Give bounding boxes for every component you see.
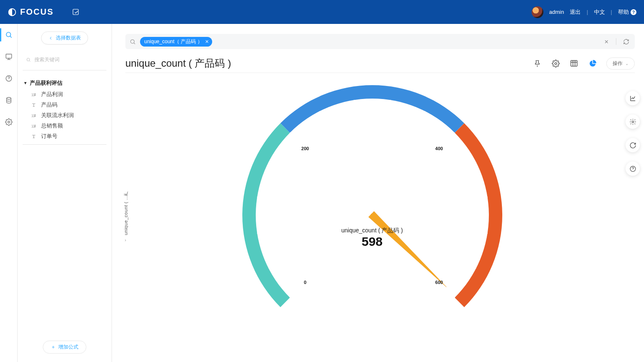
gauge-value: 598 [341,234,403,249]
search-icon [26,57,31,63]
main-content: unique_count（ 产品码 ） ✕ unique_count ( 产品码… [112,24,644,362]
brand-text: FOCUS [20,7,54,17]
field-item[interactable]: 关联流水利润 [23,110,106,121]
y-axis-label: › unique_count ( 产... [123,195,129,241]
field-label: 产品码 [41,102,57,109]
avatar[interactable] [532,6,543,18]
rail-board-icon[interactable] [4,52,14,62]
arrow-left-icon [48,36,53,41]
brand: FOCUS [8,7,54,17]
field-label: 关联流水利润 [41,112,74,119]
left-rail [0,24,18,362]
svg-rect-10 [571,60,577,66]
query-chip[interactable]: unique_count（ 产品码 ） ✕ [140,37,212,47]
chart-tools [626,91,640,176]
chart-view-icon[interactable] [588,59,597,68]
chart-settings-icon[interactable] [626,115,640,129]
svg-rect-1 [73,9,78,15]
select-table-label: 选择数据表 [56,34,81,42]
svg-point-2 [6,32,11,37]
gauge-tick-label: 0 [304,280,306,285]
svg-point-29 [371,214,374,217]
field-item[interactable]: 产品利润 [23,89,106,100]
username[interactable]: admin [549,9,564,15]
rail-data-icon[interactable] [4,95,14,105]
svg-line-27 [472,266,476,268]
number-type-icon [31,92,37,97]
actions-button[interactable]: 操作 ⌄ [606,57,635,70]
rail-settings-icon[interactable] [4,117,14,127]
number-type-icon [31,113,37,118]
svg-point-11 [632,121,634,122]
field-item[interactable]: 产品码 [23,100,106,110]
svg-line-19 [319,112,321,115]
rail-help-icon[interactable] [4,73,14,83]
field-group-header[interactable]: ▾ 产品获利评估 [23,80,106,87]
gauge-tick-label: 200 [301,146,309,151]
svg-rect-3 [6,54,12,58]
svg-point-6 [8,121,10,123]
title-actions: 操作 ⌄ [532,57,635,70]
svg-line-25 [483,197,487,198]
help-link[interactable]: 帮助? [618,8,636,16]
plus-icon: ＋ [51,344,56,351]
add-formula-label: 增加公式 [58,344,78,351]
pin-icon[interactable] [532,59,542,68]
svg-point-9 [555,63,557,65]
page-title: unique_count ( 产品码 ) [125,57,231,70]
fields-panel: 选择数据表 ▾ 产品获利评估 产品利润产品码关联流水利润总销售额订单号 ＋ 增加… [18,24,112,362]
field-item[interactable]: 总销售额 [23,121,106,131]
gauge-tick-label: 600 [435,280,443,285]
settings-icon[interactable] [551,59,560,68]
chart-area: › unique_count ( 产... 0200400600 unique_… [125,78,619,358]
svg-line-28 [449,292,454,298]
brand-logo-icon [8,8,17,17]
svg-line-13 [290,292,295,298]
actions-label: 操作 [613,60,623,67]
table-view-icon[interactable] [569,59,579,68]
rail-search-icon[interactable] [4,30,14,40]
top-bar: FOCUS admin 退出 | 中文 | 帮助? [0,0,644,24]
svg-line-24 [472,162,476,164]
chevron-down-icon: ⌄ [625,61,628,66]
svg-line-26 [483,233,487,234]
gauge-label: unique_count ( 产品码 ) [341,227,403,234]
field-label: 产品利润 [41,91,63,98]
add-formula-button[interactable]: ＋ 增加公式 [43,341,86,354]
text-type-icon [31,134,37,139]
refresh-query-icon[interactable] [621,36,631,47]
svg-line-20 [354,100,355,104]
query-bar[interactable]: unique_count（ 产品码 ） ✕ [125,34,635,49]
gauge-chart: 0200400600 unique_count ( 产品码 ) 598 [230,64,515,349]
svg-line-22 [423,112,425,115]
top-right: admin 退出 | 中文 | 帮助? [532,6,636,18]
panel-search-input[interactable] [34,56,103,63]
search-icon [130,39,136,45]
field-group-title: 产品获利评估 [30,80,62,87]
chip-remove-icon[interactable]: ✕ [205,39,209,44]
svg-line-14 [268,266,272,268]
gauge-center: unique_count ( 产品码 ) 598 [341,227,403,249]
chart-help-icon[interactable] [626,161,640,176]
svg-line-23 [449,133,454,138]
number-type-icon [31,123,37,129]
query-chip-text: unique_count（ 产品码 ） [144,38,203,45]
edit-icon[interactable] [70,6,81,18]
clear-query-icon[interactable] [601,36,612,47]
svg-line-21 [390,100,390,104]
caret-down-icon: ▾ [24,81,26,85]
text-type-icon [31,102,37,108]
panel-search[interactable] [26,56,103,63]
field-item[interactable]: 订单号 [23,131,106,142]
gauge-tick-label: 400 [435,146,443,151]
svg-line-18 [290,133,295,138]
axis-edit-icon[interactable] [626,91,640,105]
logout-link[interactable]: 退出 [570,8,581,16]
svg-line-15 [257,233,261,234]
field-label: 总销售额 [41,122,63,130]
chevron-right-icon: › [125,238,127,242]
chart-refresh-icon[interactable] [626,138,640,152]
select-table-button[interactable]: 选择数据表 [41,31,88,44]
svg-point-7 [27,58,30,61]
lang-link[interactable]: 中文 [594,8,605,16]
